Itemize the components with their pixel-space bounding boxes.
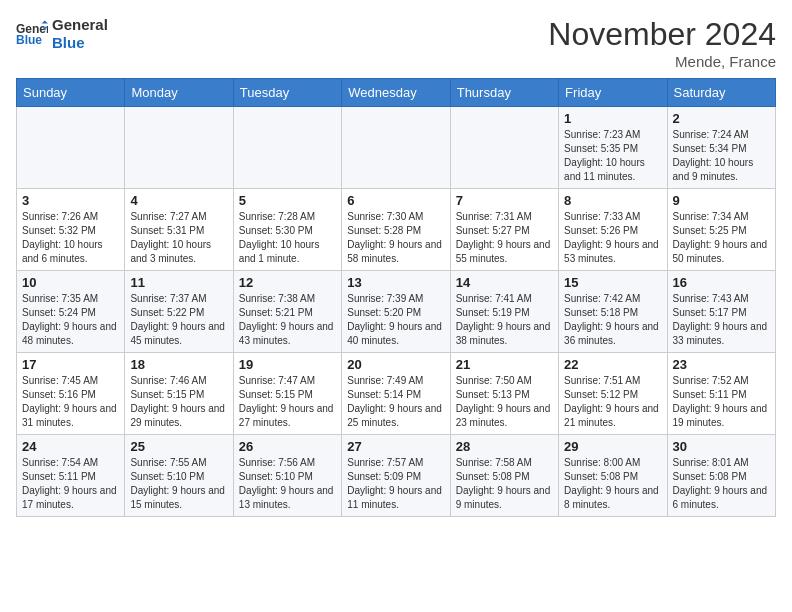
day-info: Sunrise: 7:30 AMSunset: 5:28 PMDaylight:… <box>347 210 444 266</box>
day-of-week-header: Tuesday <box>233 79 341 107</box>
calendar-cell: 26Sunrise: 7:56 AMSunset: 5:10 PMDayligh… <box>233 435 341 517</box>
day-of-week-header: Monday <box>125 79 233 107</box>
calendar-cell: 27Sunrise: 7:57 AMSunset: 5:09 PMDayligh… <box>342 435 450 517</box>
day-number: 25 <box>130 439 227 454</box>
day-info: Sunrise: 7:49 AMSunset: 5:14 PMDaylight:… <box>347 374 444 430</box>
day-number: 2 <box>673 111 770 126</box>
day-number: 12 <box>239 275 336 290</box>
day-number: 21 <box>456 357 553 372</box>
day-number: 29 <box>564 439 661 454</box>
logo: General Blue General Blue <box>16 16 108 52</box>
day-number: 13 <box>347 275 444 290</box>
day-number: 1 <box>564 111 661 126</box>
logo-general: General <box>52 16 108 34</box>
day-number: 30 <box>673 439 770 454</box>
day-info: Sunrise: 7:43 AMSunset: 5:17 PMDaylight:… <box>673 292 770 348</box>
day-number: 3 <box>22 193 119 208</box>
day-info: Sunrise: 7:37 AMSunset: 5:22 PMDaylight:… <box>130 292 227 348</box>
calendar-cell: 20Sunrise: 7:49 AMSunset: 5:14 PMDayligh… <box>342 353 450 435</box>
calendar-cell: 18Sunrise: 7:46 AMSunset: 5:15 PMDayligh… <box>125 353 233 435</box>
day-number: 11 <box>130 275 227 290</box>
day-of-week-header: Saturday <box>667 79 775 107</box>
day-number: 15 <box>564 275 661 290</box>
day-number: 22 <box>564 357 661 372</box>
calendar-cell: 2Sunrise: 7:24 AMSunset: 5:34 PMDaylight… <box>667 107 775 189</box>
day-of-week-header: Friday <box>559 79 667 107</box>
day-info: Sunrise: 7:58 AMSunset: 5:08 PMDaylight:… <box>456 456 553 512</box>
day-info: Sunrise: 7:50 AMSunset: 5:13 PMDaylight:… <box>456 374 553 430</box>
day-number: 19 <box>239 357 336 372</box>
calendar-cell <box>450 107 558 189</box>
day-number: 8 <box>564 193 661 208</box>
day-number: 16 <box>673 275 770 290</box>
svg-text:Blue: Blue <box>16 33 42 47</box>
day-number: 7 <box>456 193 553 208</box>
calendar-cell: 3Sunrise: 7:26 AMSunset: 5:32 PMDaylight… <box>17 189 125 271</box>
day-number: 24 <box>22 439 119 454</box>
title-block: November 2024 Mende, France <box>548 16 776 70</box>
calendar-cell: 11Sunrise: 7:37 AMSunset: 5:22 PMDayligh… <box>125 271 233 353</box>
day-info: Sunrise: 7:34 AMSunset: 5:25 PMDaylight:… <box>673 210 770 266</box>
calendar-cell: 22Sunrise: 7:51 AMSunset: 5:12 PMDayligh… <box>559 353 667 435</box>
calendar-cell: 15Sunrise: 7:42 AMSunset: 5:18 PMDayligh… <box>559 271 667 353</box>
calendar-cell: 4Sunrise: 7:27 AMSunset: 5:31 PMDaylight… <box>125 189 233 271</box>
day-info: Sunrise: 7:42 AMSunset: 5:18 PMDaylight:… <box>564 292 661 348</box>
day-info: Sunrise: 7:45 AMSunset: 5:16 PMDaylight:… <box>22 374 119 430</box>
day-info: Sunrise: 8:01 AMSunset: 5:08 PMDaylight:… <box>673 456 770 512</box>
day-info: Sunrise: 7:26 AMSunset: 5:32 PMDaylight:… <box>22 210 119 266</box>
calendar-cell <box>125 107 233 189</box>
day-of-week-header: Sunday <box>17 79 125 107</box>
calendar-cell: 6Sunrise: 7:30 AMSunset: 5:28 PMDaylight… <box>342 189 450 271</box>
calendar-cell: 14Sunrise: 7:41 AMSunset: 5:19 PMDayligh… <box>450 271 558 353</box>
calendar-cell: 1Sunrise: 7:23 AMSunset: 5:35 PMDaylight… <box>559 107 667 189</box>
calendar-cell: 12Sunrise: 7:38 AMSunset: 5:21 PMDayligh… <box>233 271 341 353</box>
location: Mende, France <box>548 53 776 70</box>
calendar-cell: 28Sunrise: 7:58 AMSunset: 5:08 PMDayligh… <box>450 435 558 517</box>
day-info: Sunrise: 7:46 AMSunset: 5:15 PMDaylight:… <box>130 374 227 430</box>
day-number: 17 <box>22 357 119 372</box>
calendar-cell: 19Sunrise: 7:47 AMSunset: 5:15 PMDayligh… <box>233 353 341 435</box>
calendar-cell: 16Sunrise: 7:43 AMSunset: 5:17 PMDayligh… <box>667 271 775 353</box>
calendar-cell: 10Sunrise: 7:35 AMSunset: 5:24 PMDayligh… <box>17 271 125 353</box>
calendar-cell: 23Sunrise: 7:52 AMSunset: 5:11 PMDayligh… <box>667 353 775 435</box>
day-info: Sunrise: 7:28 AMSunset: 5:30 PMDaylight:… <box>239 210 336 266</box>
day-info: Sunrise: 7:54 AMSunset: 5:11 PMDaylight:… <box>22 456 119 512</box>
calendar-cell: 21Sunrise: 7:50 AMSunset: 5:13 PMDayligh… <box>450 353 558 435</box>
day-info: Sunrise: 7:23 AMSunset: 5:35 PMDaylight:… <box>564 128 661 184</box>
day-info: Sunrise: 7:52 AMSunset: 5:11 PMDaylight:… <box>673 374 770 430</box>
day-number: 14 <box>456 275 553 290</box>
calendar-cell: 9Sunrise: 7:34 AMSunset: 5:25 PMDaylight… <box>667 189 775 271</box>
calendar-cell: 8Sunrise: 7:33 AMSunset: 5:26 PMDaylight… <box>559 189 667 271</box>
day-info: Sunrise: 7:57 AMSunset: 5:09 PMDaylight:… <box>347 456 444 512</box>
day-of-week-header: Wednesday <box>342 79 450 107</box>
calendar-cell: 17Sunrise: 7:45 AMSunset: 5:16 PMDayligh… <box>17 353 125 435</box>
day-info: Sunrise: 7:39 AMSunset: 5:20 PMDaylight:… <box>347 292 444 348</box>
day-info: Sunrise: 7:51 AMSunset: 5:12 PMDaylight:… <box>564 374 661 430</box>
day-number: 20 <box>347 357 444 372</box>
day-number: 4 <box>130 193 227 208</box>
calendar-cell: 24Sunrise: 7:54 AMSunset: 5:11 PMDayligh… <box>17 435 125 517</box>
day-of-week-header: Thursday <box>450 79 558 107</box>
day-info: Sunrise: 7:47 AMSunset: 5:15 PMDaylight:… <box>239 374 336 430</box>
day-info: Sunrise: 7:31 AMSunset: 5:27 PMDaylight:… <box>456 210 553 266</box>
calendar-cell: 25Sunrise: 7:55 AMSunset: 5:10 PMDayligh… <box>125 435 233 517</box>
day-info: Sunrise: 7:27 AMSunset: 5:31 PMDaylight:… <box>130 210 227 266</box>
calendar-cell: 7Sunrise: 7:31 AMSunset: 5:27 PMDaylight… <box>450 189 558 271</box>
day-number: 26 <box>239 439 336 454</box>
day-number: 6 <box>347 193 444 208</box>
day-info: Sunrise: 7:56 AMSunset: 5:10 PMDaylight:… <box>239 456 336 512</box>
day-info: Sunrise: 8:00 AMSunset: 5:08 PMDaylight:… <box>564 456 661 512</box>
day-info: Sunrise: 7:55 AMSunset: 5:10 PMDaylight:… <box>130 456 227 512</box>
day-number: 10 <box>22 275 119 290</box>
logo-icon: General Blue <box>16 20 48 48</box>
calendar-cell: 13Sunrise: 7:39 AMSunset: 5:20 PMDayligh… <box>342 271 450 353</box>
logo-blue: Blue <box>52 34 108 52</box>
day-number: 5 <box>239 193 336 208</box>
day-info: Sunrise: 7:24 AMSunset: 5:34 PMDaylight:… <box>673 128 770 184</box>
calendar-table: SundayMondayTuesdayWednesdayThursdayFrid… <box>16 78 776 517</box>
day-number: 18 <box>130 357 227 372</box>
day-number: 27 <box>347 439 444 454</box>
day-info: Sunrise: 7:35 AMSunset: 5:24 PMDaylight:… <box>22 292 119 348</box>
day-number: 28 <box>456 439 553 454</box>
calendar-cell <box>342 107 450 189</box>
